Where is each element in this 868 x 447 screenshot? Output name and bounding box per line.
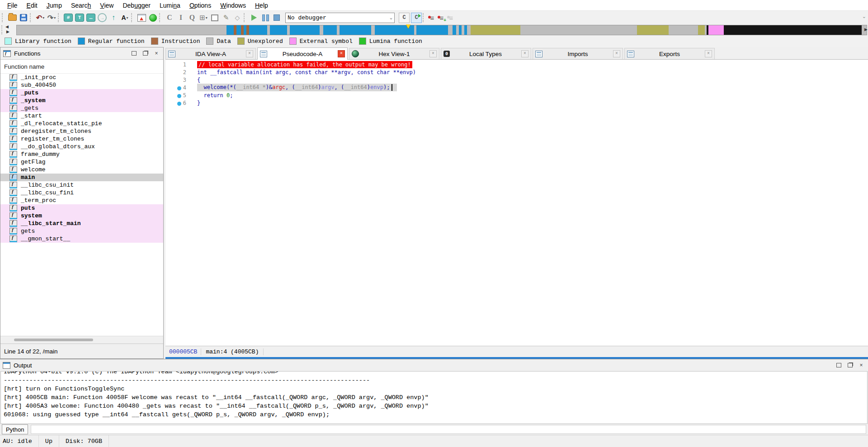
stop-process-button[interactable] xyxy=(271,12,282,23)
start-process-button[interactable] xyxy=(249,12,259,23)
menu-edit[interactable]: Edit xyxy=(22,1,42,10)
compiler-q-button[interactable]: Q xyxy=(187,12,198,23)
menu-options[interactable]: Options xyxy=(185,1,216,10)
functions-restore-button[interactable] xyxy=(130,50,138,57)
function-row[interactable]: fgetFlag xyxy=(0,158,163,166)
text-format-button[interactable]: A▾ xyxy=(119,12,130,23)
function-row[interactable]: fsub_400450 xyxy=(0,81,163,89)
output-float-button[interactable] xyxy=(846,362,854,369)
cli-language-button[interactable]: Python xyxy=(2,424,28,434)
tab-hex-view-1[interactable]: Hex View-1× xyxy=(349,48,439,59)
pencil-icon: ✎ xyxy=(223,14,229,22)
function-row[interactable]: fmain xyxy=(0,174,163,181)
function-row[interactable]: f__gmon_start__ xyxy=(0,235,163,243)
function-row[interactable]: f_gets xyxy=(0,104,163,112)
function-row[interactable]: f_start xyxy=(0,112,163,120)
functions-close-button[interactable]: × xyxy=(152,50,160,57)
tab-close-icon[interactable]: × xyxy=(429,50,437,57)
menu-view[interactable]: View xyxy=(95,1,118,10)
pause-process-button[interactable] xyxy=(260,12,271,23)
debugger-select[interactable]: No debugger⌄ xyxy=(285,13,395,23)
function-row[interactable]: f__libc_start_main xyxy=(0,220,163,227)
function-row[interactable]: fgets xyxy=(0,227,163,235)
function-row[interactable]: fwelcome xyxy=(0,166,163,174)
band-scroll-left-icon[interactable]: ◀ xyxy=(5,25,9,29)
tab-local-types[interactable]: 0Local Types× xyxy=(441,48,531,59)
functions-float-button[interactable] xyxy=(141,50,149,57)
tab-close-icon[interactable]: × xyxy=(246,50,253,57)
code-line[interactable]: 1// local variable allocation has failed… xyxy=(165,61,868,68)
function-name-column-header[interactable]: Function name xyxy=(0,60,163,74)
window-button[interactable] xyxy=(209,12,220,23)
function-row[interactable]: fframe_dummy xyxy=(0,151,163,158)
function-row[interactable]: f_puts xyxy=(0,89,163,97)
grid-menu-button[interactable]: ⊞▾ xyxy=(198,12,209,23)
menu-help[interactable]: Help xyxy=(250,1,273,10)
function-row[interactable]: f__libc_csu_fini xyxy=(0,189,163,197)
quick-compile-button[interactable]: C xyxy=(399,13,410,23)
band-scroll-right-icon[interactable]: ▶ xyxy=(864,28,868,32)
function-row[interactable]: f__libc_csu_init xyxy=(0,181,163,189)
nav-arrow-button[interactable]: → xyxy=(97,12,108,23)
output-log[interactable]: IDAPython 64-bit v9.1.0 (c) The IDAPytho… xyxy=(0,371,868,424)
output-restore-button[interactable] xyxy=(835,362,843,369)
band-scroll-right-small-icon[interactable]: ▶ xyxy=(6,30,9,34)
tab-exports[interactable]: Exports× xyxy=(624,48,715,59)
scrollbar-thumb[interactable] xyxy=(14,339,93,341)
breakpoint-list-button[interactable]: ≡ xyxy=(428,14,437,22)
compiler-i-button[interactable]: I xyxy=(175,12,186,23)
dots-badge-button[interactable]: … xyxy=(85,12,96,23)
code-line[interactable]: 2int __fastcall main(int argc, const cha… xyxy=(165,68,868,76)
band-drag-handle[interactable] xyxy=(1,25,4,34)
undo-icon: ↶ xyxy=(36,14,42,22)
function-row[interactable]: f_init_proc xyxy=(0,74,163,81)
code-line[interactable]: 5 return 0; xyxy=(165,91,868,99)
functions-horizontal-scrollbar[interactable] xyxy=(0,336,163,343)
toolbar-overflow-icon[interactable]: ⌄ xyxy=(862,14,866,19)
navigation-band[interactable] xyxy=(16,25,867,35)
compiler-c-button[interactable]: C xyxy=(164,12,175,23)
code-line[interactable]: 4 welcome(*(__int64 *)&argc, (__int64)ar… xyxy=(165,84,868,91)
menu-file[interactable]: File xyxy=(3,1,22,10)
menu-search[interactable]: Search xyxy=(66,1,95,10)
menu-debugger[interactable]: Debugger xyxy=(118,1,155,10)
function-row[interactable]: f_system xyxy=(0,97,163,104)
add-breakpoint-button[interactable]: ≡ xyxy=(437,14,446,22)
code-line[interactable]: 6} xyxy=(165,99,868,107)
tab-close-icon[interactable]: × xyxy=(705,50,712,57)
cli-input[interactable] xyxy=(31,425,866,434)
save-button[interactable] xyxy=(18,12,29,23)
navigator-button[interactable] xyxy=(136,12,147,23)
lumina-button[interactable] xyxy=(147,12,158,23)
text-badge-button[interactable]: T xyxy=(74,12,85,23)
tab-ida-view-a[interactable]: IDA View-A× xyxy=(165,48,256,59)
menu-windows[interactable]: Windows xyxy=(216,1,250,10)
open-file-button[interactable] xyxy=(7,12,18,23)
hex-badge-button[interactable]: # xyxy=(63,12,74,23)
jump-button[interactable]: ↑ xyxy=(108,12,119,23)
breakpoint-group-button[interactable]: ≡ xyxy=(447,14,456,22)
tab-imports[interactable]: Imports× xyxy=(533,48,623,59)
function-row[interactable]: fsystem xyxy=(0,212,163,220)
function-row[interactable]: fputs xyxy=(0,204,163,212)
menu-lumina[interactable]: Lumina xyxy=(155,1,185,10)
function-row[interactable]: f__do_global_dtors_aux xyxy=(0,143,163,151)
diamond-button[interactable]: ◇ xyxy=(232,12,243,23)
function-row[interactable]: fderegister_tm_clones xyxy=(0,127,163,135)
function-row[interactable]: fregister_tm_clones xyxy=(0,135,163,143)
tab-close-icon[interactable]: × xyxy=(613,50,620,57)
compile-run-button[interactable]: C xyxy=(411,13,422,23)
code-line[interactable]: 3{ xyxy=(165,76,868,84)
tab-close-icon[interactable]: × xyxy=(521,50,528,57)
function-row[interactable]: f_dl_relocate_static_pie xyxy=(0,120,163,127)
edit-mode-button[interactable]: ✎ xyxy=(221,12,231,23)
undo-button[interactable]: ↶▾ xyxy=(35,12,46,23)
pseudocode-view[interactable]: 1// local variable allocation has failed… xyxy=(165,60,868,346)
tab-close-icon[interactable]: × xyxy=(338,50,345,57)
function-row[interactable]: f_term_proc xyxy=(0,197,163,204)
output-close-button[interactable]: × xyxy=(857,362,865,369)
menu-jump[interactable]: Jump xyxy=(42,1,66,10)
redo-button[interactable]: ↷▾ xyxy=(46,12,57,23)
band-segment xyxy=(416,25,448,35)
tab-pseudocode-a[interactable]: Pseudocode-A× xyxy=(257,47,348,60)
